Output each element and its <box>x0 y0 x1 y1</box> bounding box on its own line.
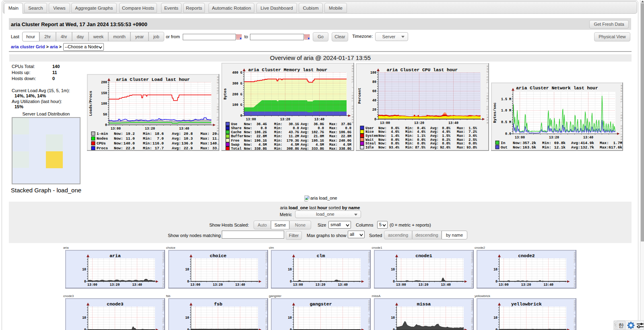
svg-text:0: 0 <box>290 280 292 283</box>
svg-text:RRDTOOL / TOBI OETIKER: RRDTOOL / TOBI OETIKER <box>367 300 370 330</box>
svg-text:13:00: 13:00 <box>246 118 256 121</box>
svg-text:Min:: Min: <box>405 134 414 138</box>
svg-text:Avg:: Avg: <box>571 141 580 145</box>
svg-text:4.5M: 4.5M <box>316 143 324 147</box>
svg-text:CPUs: CPUs <box>97 141 106 146</box>
svg-text:196.1G: 196.1G <box>254 139 267 143</box>
svg-text:0: 0 <box>105 123 107 127</box>
svg-text:195.1G: 195.1G <box>312 139 324 143</box>
svg-text:2.5%: 2.5% <box>469 138 477 142</box>
svg-text:Min:: Min: <box>274 143 283 147</box>
svg-text:Avg:: Avg: <box>430 146 439 150</box>
svg-text:0.0%: 0.0% <box>417 138 425 142</box>
svg-text:0: 0 <box>495 280 497 283</box>
svg-text:20: 20 <box>372 108 376 111</box>
svg-text:Now:: Now: <box>378 138 387 142</box>
svg-text:4.5M: 4.5M <box>258 143 267 147</box>
svg-text:RRDTOOL / TOBI OETIKER: RRDTOOL / TOBI OETIKER <box>573 300 576 330</box>
svg-text:21.0M: 21.0M <box>314 134 324 138</box>
svg-text:0.5 M: 0.5 M <box>501 120 511 124</box>
svg-text:Avg:: Avg: <box>172 132 181 136</box>
svg-text:Share: Share <box>231 126 242 130</box>
svg-text:10: 10 <box>493 316 497 320</box>
svg-text:Now:: Now: <box>244 126 252 130</box>
svg-text:7.0: 7.0 <box>157 136 164 141</box>
svg-text:In: In <box>501 141 506 145</box>
svg-text:0.0%: 0.0% <box>417 142 425 146</box>
svg-text:Min:: Min: <box>274 139 283 143</box>
svg-text:Avg:: Avg: <box>301 143 309 147</box>
svg-text:Min:: Min: <box>405 126 414 130</box>
svg-text:13:20: 13:20 <box>316 283 326 287</box>
svg-text:13:40: 13:40 <box>448 121 458 125</box>
svg-text:10: 10 <box>288 316 292 320</box>
svg-text:69.8k: 69.8k <box>554 141 566 145</box>
svg-text:Avg:: Avg: <box>430 138 439 142</box>
svg-text:Now:: Now: <box>513 141 522 145</box>
svg-text:cnode3: cnode3 <box>107 301 124 307</box>
svg-text:0: 0 <box>187 328 189 330</box>
svg-text:357.2k: 357.2k <box>522 141 536 145</box>
svg-text:Max:: Max: <box>457 134 465 138</box>
svg-text:Max:: Max: <box>329 134 338 138</box>
svg-text:13:40: 13:40 <box>314 118 324 121</box>
svg-text:13:20: 13:20 <box>414 121 424 125</box>
svg-text:617.6k: 617.6k <box>609 145 622 150</box>
svg-text:13:20: 13:20 <box>521 283 531 287</box>
svg-text:Min:: Min: <box>274 134 283 138</box>
svg-text:RRDTOOL / TOBI OETIKER: RRDTOOL / TOBI OETIKER <box>265 252 268 289</box>
svg-text:1.5 M: 1.5 M <box>501 97 511 101</box>
svg-text:13:40: 13:40 <box>338 283 348 287</box>
svg-text:Now:: Now: <box>114 132 123 136</box>
svg-text:30.1G: 30.1G <box>289 122 299 126</box>
svg-text:fsb: fsb <box>214 301 222 307</box>
svg-text:missa: missa <box>417 301 431 307</box>
svg-text:19.2: 19.2 <box>126 132 135 136</box>
svg-text:Max:: Max: <box>200 146 210 151</box>
svg-text:13:40: 13:40 <box>543 283 553 287</box>
svg-text:102.7G: 102.7G <box>312 130 324 134</box>
svg-text:4.6%: 4.6% <box>391 130 399 134</box>
svg-text:13:40: 13:40 <box>441 283 451 287</box>
svg-text:User: User <box>365 126 374 130</box>
svg-text:RRDTOOL / TOBI OETIKER: RRDTOOL / TOBI OETIKER <box>162 252 165 289</box>
svg-text:60: 60 <box>372 89 376 93</box>
svg-text:aria Cluster Load last hour: aria Cluster Load last hour <box>116 77 190 82</box>
svg-text:Max:: Max: <box>329 143 338 147</box>
svg-text:13:20: 13:20 <box>110 283 120 287</box>
svg-text:cnode1: cnode1 <box>415 253 432 258</box>
svg-text:Min:: Min: <box>143 146 152 151</box>
svg-text:12.1k: 12.1k <box>554 145 566 150</box>
svg-text:13:00: 13:00 <box>380 121 390 125</box>
svg-text:gangster: gangster <box>310 301 332 307</box>
svg-text:Avg:: Avg: <box>301 134 309 138</box>
svg-text:0: 0 <box>495 328 497 330</box>
svg-text:116.0: 116.0 <box>153 141 164 146</box>
svg-text:0.0%: 0.0% <box>391 142 399 146</box>
svg-text:RRDTOOL / TOBI OETIKER: RRDTOOL / TOBI OETIKER <box>471 252 473 289</box>
svg-text:3.6%: 3.6% <box>469 134 477 138</box>
svg-text:yellowbrick: yellowbrick <box>511 301 542 307</box>
svg-text:87.5%: 87.5% <box>415 146 426 150</box>
svg-text:Now:: Now: <box>244 130 252 134</box>
svg-text:22.0: 22.0 <box>126 146 135 151</box>
svg-text:Max:: Max: <box>457 138 465 142</box>
svg-text:Nodes: Nodes <box>97 136 108 141</box>
svg-text:Idle: Idle <box>365 146 374 150</box>
svg-text:29.4: 29.4 <box>212 132 219 136</box>
svg-text:Free: Free <box>231 139 239 143</box>
svg-text:36.0G: 36.0G <box>314 122 324 126</box>
svg-text:Avg:: Avg: <box>301 122 309 126</box>
svg-text:Wait: Wait <box>365 138 374 142</box>
svg-text:20.8: 20.8 <box>184 132 193 136</box>
svg-text:1.5%: 1.5% <box>469 126 477 130</box>
svg-text:Bytes: Bytes <box>223 88 227 100</box>
svg-text:Avg:: Avg: <box>301 130 309 134</box>
svg-text:System: System <box>365 134 378 138</box>
svg-text:0.0: 0.0 <box>318 126 324 130</box>
svg-text:Now:: Now: <box>114 141 123 146</box>
svg-text:Min:: Min: <box>405 130 414 134</box>
svg-text:13:40: 13:40 <box>132 283 142 287</box>
svg-text:22.8M: 22.8M <box>341 134 351 138</box>
svg-text:140.0: 140.0 <box>124 141 135 146</box>
